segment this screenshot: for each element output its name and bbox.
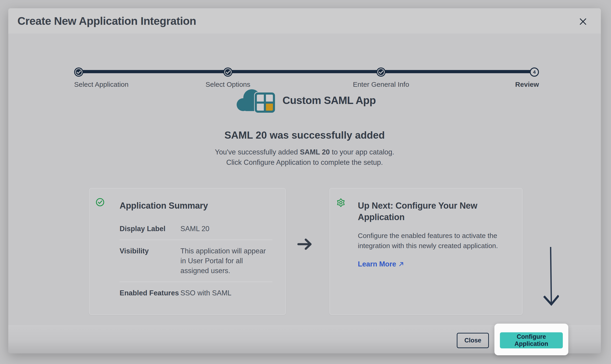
learn-more-link[interactable]: Learn More	[358, 260, 404, 268]
success-heading: SAML 20 was successfully added	[8, 130, 601, 141]
summary-row-value: SSO with SAML	[181, 288, 273, 298]
step-2-node[interactable]	[223, 67, 233, 77]
summary-row-value: SAML 20	[181, 224, 273, 234]
step-4-number: 4	[533, 69, 536, 75]
summary-rows: Display Label SAML 20 Visibility This ap…	[120, 218, 273, 304]
configure-application-button[interactable]: Configure Application	[500, 332, 563, 348]
page-background: Create New Application Integration	[0, 0, 611, 364]
summary-row-label: Display Label	[120, 224, 181, 234]
app-logo: Custom SAML App	[8, 86, 601, 114]
learn-more-label: Learn More	[358, 260, 396, 268]
summary-row-label: Visibility	[120, 246, 181, 276]
gear-icon	[336, 198, 346, 209]
step-check-icon	[74, 67, 84, 77]
summary-row-value: This application will appear in User Por…	[181, 246, 273, 276]
step-1-node[interactable]	[74, 67, 84, 77]
close-x-glyph	[579, 17, 587, 26]
down-arrow-icon	[543, 246, 559, 313]
up-next-card-body: Configure the enabled features to activa…	[358, 231, 508, 251]
success-line2: Click Configure Application to complete …	[226, 158, 383, 166]
up-next-card-title: Up Next: Configure Your New Application	[358, 200, 509, 223]
create-app-integration-modal: Create New Application Integration	[8, 8, 601, 353]
summary-card-title: Application Summary	[120, 200, 273, 211]
external-link-icon	[398, 261, 404, 267]
step-4-node[interactable]: 4	[530, 67, 539, 77]
summary-row-display-label: Display Label SAML 20	[120, 218, 273, 240]
stepper-track	[79, 70, 534, 73]
check-circle-icon	[95, 198, 105, 208]
step-3-node[interactable]	[376, 67, 386, 77]
wizard-stepper: 4 Select Application Select Options Ente…	[8, 34, 601, 75]
close-icon[interactable]	[578, 16, 588, 27]
up-next-card: Up Next: Configure Your New Application …	[329, 188, 523, 315]
summary-row-enabled-features: Enabled Features SSO with SAML	[120, 282, 273, 304]
close-button[interactable]: Close	[457, 333, 489, 348]
application-summary-card: Application Summary Display Label SAML 2…	[89, 188, 286, 315]
modal-header: Create New Application Integration	[8, 8, 601, 34]
success-subtext: You've successfully added SAML 20 to you…	[8, 147, 601, 168]
configure-button-spotlight: Configure Application	[494, 324, 568, 355]
cloud-grid-logo-icon	[234, 86, 277, 114]
success-line1-suffix: to your app catalog.	[330, 148, 394, 156]
app-logo-label: Custom SAML App	[283, 94, 376, 106]
right-arrow-icon	[297, 235, 314, 254]
modal-title: Create New Application Integration	[17, 15, 196, 27]
step-check-icon	[376, 67, 386, 77]
summary-row-label: Enabled Features	[120, 288, 181, 298]
summary-row-visibility: Visibility This application will appear …	[120, 240, 273, 282]
step-check-icon	[223, 67, 233, 77]
success-line1-prefix: You've successfully added	[215, 148, 300, 156]
success-line1-appname: SAML 20	[300, 148, 330, 156]
